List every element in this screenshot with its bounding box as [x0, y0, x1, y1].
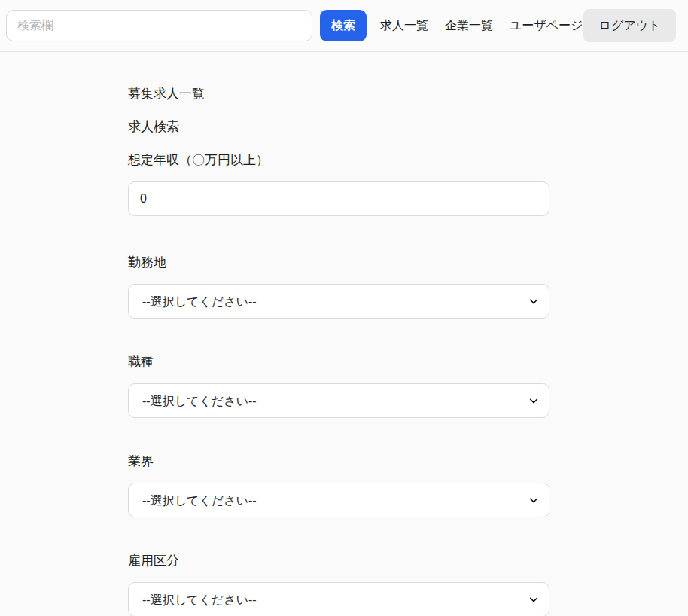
top-navigation-bar: 検索 求人一覧 企業一覧 ユーザページ ログアウト — [0, 0, 688, 52]
search-button[interactable]: 検索 — [320, 10, 367, 41]
occupation-label: 職種 — [128, 353, 549, 371]
location-label: 勤務地 — [128, 254, 549, 271]
job-search-page: 募集求人一覧 求人検索 想定年収（〇万円以上） 勤務地 --選択してください--… — [0, 52, 688, 616]
occupation-select[interactable]: --選択してください-- — [128, 383, 549, 418]
occupation-field-group: 職種 --選択してください-- — [128, 353, 549, 418]
salary-label: 想定年収（〇万円以上） — [128, 151, 549, 169]
occupation-select-wrap: --選択してください-- — [128, 383, 549, 418]
nav-link-company-list[interactable]: 企業一覧 — [445, 18, 493, 34]
location-select[interactable]: --選択してください-- — [128, 284, 549, 319]
main-nav: 求人一覧 企業一覧 ユーザページ — [380, 18, 583, 34]
nav-link-user-page[interactable]: ユーザページ — [510, 18, 583, 34]
employment-type-select[interactable]: --選択してください-- — [128, 582, 549, 616]
location-select-wrap: --選択してください-- — [128, 284, 549, 319]
industry-label: 業界 — [128, 453, 549, 470]
section-title-job-search: 求人検索 — [128, 118, 688, 136]
location-field-group: 勤務地 --選択してください-- — [128, 254, 549, 319]
page-title: 募集求人一覧 — [128, 85, 688, 102]
industry-select[interactable]: --選択してください-- — [128, 483, 549, 517]
employment-type-select-wrap: --選択してください-- — [128, 582, 549, 616]
salary-input[interactable] — [128, 181, 549, 216]
nav-link-job-list[interactable]: 求人一覧 — [380, 18, 428, 34]
logout-button[interactable]: ログアウト — [583, 9, 677, 42]
employment-type-field-group: 雇用区分 --選択してください-- — [128, 552, 549, 616]
industry-field-group: 業界 --選択してください-- — [128, 453, 549, 517]
industry-select-wrap: --選択してください-- — [128, 483, 549, 517]
employment-type-label: 雇用区分 — [128, 552, 549, 569]
salary-field-group: 想定年収（〇万円以上） — [128, 151, 549, 216]
search-input[interactable] — [6, 10, 312, 41]
